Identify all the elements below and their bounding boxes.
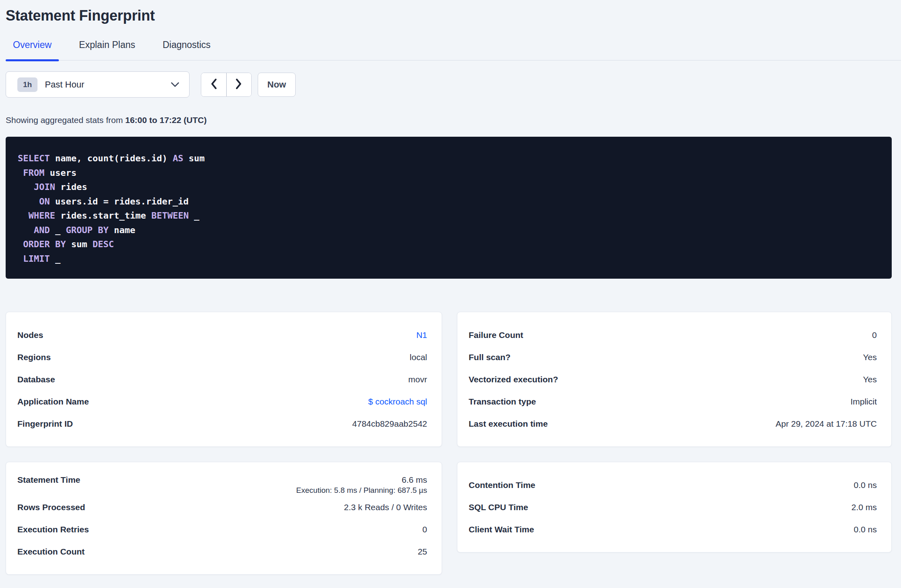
row-value: 0.0 ns bbox=[854, 480, 877, 490]
sql-statement-box: SELECT name, count(rides.id) AS sum FROM… bbox=[6, 137, 892, 279]
time-range-dropdown[interactable]: 1h Past Hour bbox=[6, 71, 190, 98]
card-row: NodesN1 bbox=[17, 324, 427, 346]
tab-bar: Overview Explain Plans Diagnostics bbox=[6, 36, 901, 60]
row-value: 6.6 ms bbox=[402, 475, 427, 485]
row-label: Rows Processed bbox=[17, 503, 85, 512]
sql-line: SELECT name, count(rides.id) AS sum bbox=[18, 151, 880, 166]
next-time-button[interactable] bbox=[227, 73, 252, 96]
card-row: Contention Time0.0 ns bbox=[469, 474, 877, 496]
row-label: Statement Time bbox=[17, 475, 80, 485]
row-value: 25 bbox=[418, 547, 427, 557]
row-label: Nodes bbox=[17, 330, 43, 340]
time-step-button-group bbox=[201, 73, 252, 97]
tab-diagnostics[interactable]: Diagnostics bbox=[155, 36, 218, 60]
time-range-badge: 1h bbox=[17, 77, 38, 92]
sql-line: ON users.id = rides.rider_id bbox=[18, 194, 880, 209]
execution-attributes-card: Failure Count0Full scan?YesVectorized ex… bbox=[457, 312, 892, 447]
stats-caption-prefix: Showing aggregated stats from bbox=[6, 115, 125, 125]
row-value: 2.0 ms bbox=[851, 503, 877, 512]
row-label: Execution Retries bbox=[17, 525, 89, 534]
sql-line: WHERE rides.start_time BETWEEN _ bbox=[18, 209, 880, 223]
time-toolbar: 1h Past Hour Now bbox=[6, 71, 892, 98]
row-value: movr bbox=[408, 375, 427, 384]
row-label: Last execution time bbox=[469, 419, 548, 429]
row-value: 0 bbox=[872, 330, 877, 340]
chevron-down-icon bbox=[171, 82, 179, 88]
chevron-left-icon bbox=[210, 78, 217, 91]
row-subvalue: Execution: 5.8 ms / Planning: 687.5 µs bbox=[17, 486, 427, 495]
row-value-link[interactable]: N1 bbox=[416, 330, 427, 340]
tab-overview[interactable]: Overview bbox=[6, 36, 59, 60]
row-value: Yes bbox=[863, 352, 877, 362]
row-label: Application Name bbox=[17, 397, 89, 407]
row-label: Contention Time bbox=[469, 480, 535, 490]
stats-caption-range: 16:00 to 17:22 (UTC) bbox=[125, 115, 207, 125]
card-row: Vectorized execution?Yes bbox=[469, 368, 877, 390]
statement-stats-card: Statement Time6.6 msExecution: 5.8 ms / … bbox=[6, 462, 442, 575]
row-label: Client Wait Time bbox=[469, 525, 534, 534]
row-label: Full scan? bbox=[469, 352, 511, 362]
stats-caption: Showing aggregated stats from 16:00 to 1… bbox=[6, 115, 892, 125]
row-value: Apr 29, 2024 at 17:18 UTC bbox=[776, 419, 877, 429]
resource-stats-card: Contention Time0.0 nsSQL CPU Time2.0 msC… bbox=[457, 462, 892, 553]
sql-line: FROM users bbox=[18, 166, 880, 180]
row-value: 0 bbox=[422, 525, 427, 534]
row-value: Implicit bbox=[851, 397, 877, 407]
card-row: Full scan?Yes bbox=[469, 346, 877, 368]
page-title: Statement Fingerprint bbox=[6, 7, 892, 24]
card-row: Rows Processed2.3 k Reads / 0 Writes bbox=[17, 496, 427, 518]
overview-card: NodesN1RegionslocalDatabasemovrApplicati… bbox=[6, 312, 442, 447]
tab-explain-plans[interactable]: Explain Plans bbox=[72, 36, 142, 60]
row-value: 0.0 ns bbox=[854, 525, 877, 534]
card-row: Regionslocal bbox=[17, 346, 427, 368]
card-row: Last execution timeApr 29, 2024 at 17:18… bbox=[469, 413, 877, 435]
card-row: Failure Count0 bbox=[469, 324, 877, 346]
row-value: 2.3 k Reads / 0 Writes bbox=[344, 503, 427, 512]
card-row: Databasemovr bbox=[17, 368, 427, 390]
chevron-right-icon bbox=[235, 78, 242, 91]
sql-line: ORDER BY sum DESC bbox=[18, 237, 880, 252]
row-value-link[interactable]: $ cockroach sql bbox=[368, 397, 427, 407]
summary-cards: NodesN1RegionslocalDatabasemovrApplicati… bbox=[6, 312, 892, 575]
card-row: SQL CPU Time2.0 ms bbox=[469, 496, 877, 518]
card-row: Statement Time6.6 msExecution: 5.8 ms / … bbox=[17, 474, 427, 496]
row-label: Execution Count bbox=[17, 547, 85, 557]
row-value: Yes bbox=[863, 375, 877, 384]
card-row: Execution Retries0 bbox=[17, 518, 427, 540]
sql-line: JOIN rides bbox=[18, 180, 880, 194]
card-row: Fingerprint ID4784cb829aab2542 bbox=[17, 413, 427, 435]
statement-fingerprint-page: Statement Fingerprint Overview Explain P… bbox=[0, 0, 901, 588]
sql-line: AND _ GROUP BY name bbox=[18, 223, 880, 238]
row-value: 4784cb829aab2542 bbox=[352, 419, 427, 429]
card-row: Execution Count25 bbox=[17, 540, 427, 563]
time-range-label: Past Hour bbox=[45, 79, 84, 90]
row-label: Vectorized execution? bbox=[469, 375, 558, 384]
card-row: Transaction typeImplicit bbox=[469, 390, 877, 413]
row-label: Failure Count bbox=[469, 330, 523, 340]
now-button[interactable]: Now bbox=[258, 73, 296, 97]
card-row: Client Wait Time0.0 ns bbox=[469, 518, 877, 540]
row-label: Regions bbox=[17, 352, 51, 362]
row-label: SQL CPU Time bbox=[469, 503, 528, 512]
card-row: Application Name$ cockroach sql bbox=[17, 390, 427, 413]
row-value: local bbox=[410, 352, 427, 362]
row-label: Transaction type bbox=[469, 397, 536, 407]
sql-line: LIMIT _ bbox=[18, 252, 880, 266]
prev-time-button[interactable] bbox=[201, 73, 227, 96]
row-label: Database bbox=[17, 375, 55, 384]
row-label: Fingerprint ID bbox=[17, 419, 73, 429]
